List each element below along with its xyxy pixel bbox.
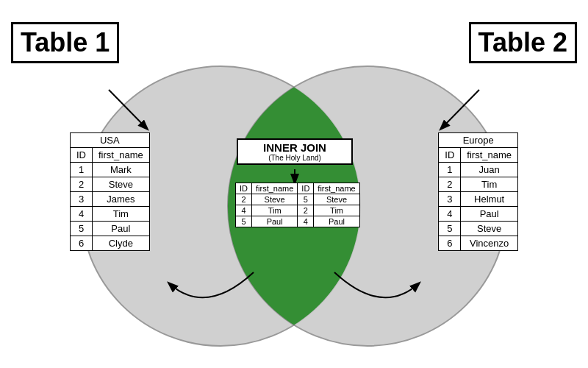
table2-label-text: Table 2 [478, 27, 567, 57]
inner-join-label: INNER JOIN (The Holy Land) [237, 138, 353, 165]
usa-col-fname: first_name [93, 148, 150, 163]
inner-join-title: INNER JOIN [241, 141, 348, 154]
europe-title: Europe [439, 133, 518, 148]
usa-title: USA [71, 133, 150, 148]
diagram: Table 1 Table 2 USA ID first_name 1Mark … [0, 0, 588, 368]
table1-label: Table 1 [11, 22, 119, 63]
inner-join-table: ID first_name ID first_name 2 Steve 5 St… [235, 183, 360, 227]
europe-col-fname: first_name [461, 148, 518, 163]
table1-label-text: Table 1 [21, 27, 110, 57]
europe-col-id: ID [439, 148, 461, 163]
usa-table: USA ID first_name 1Mark 2Steve 3James 4T… [70, 132, 150, 251]
inner-join-subtitle: (The Holy Land) [241, 154, 348, 162]
usa-col-id: ID [71, 148, 93, 163]
europe-table: Europe ID first_name 1Juan 2Tim 3Helmut … [438, 132, 518, 251]
table2-label: Table 2 [469, 22, 577, 63]
